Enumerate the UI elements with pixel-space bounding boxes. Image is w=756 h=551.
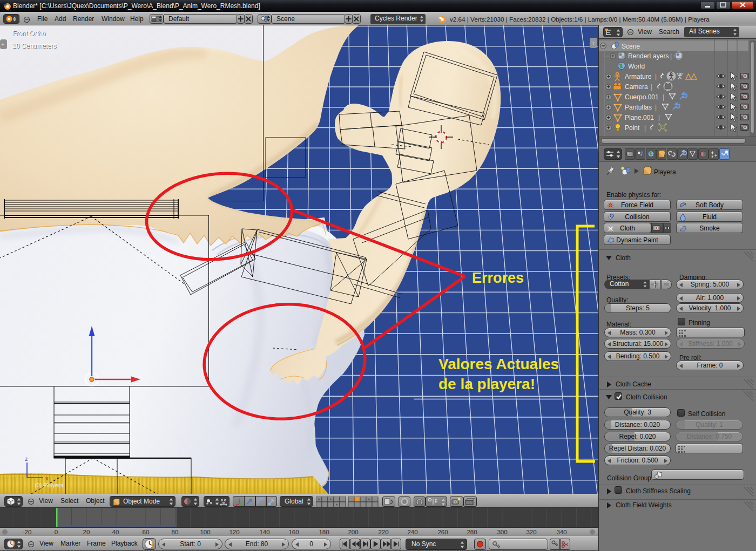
svg-text:Plane.001: Plane.001 (625, 114, 654, 121)
svg-text:|: | (655, 73, 657, 80)
svg-text:+: + (591, 39, 595, 47)
svg-text:60: 60 (143, 529, 150, 535)
svg-text:RenderLayers: RenderLayers (628, 52, 669, 60)
svg-text:100: 100 (200, 529, 210, 535)
svg-text:Cuerpo.001: Cuerpo.001 (625, 93, 659, 101)
svg-text:140: 140 (259, 529, 269, 535)
svg-text:160: 160 (288, 529, 299, 535)
svg-text:Pantuflas: Pantuflas (625, 104, 652, 111)
svg-text:(0) Playera: (0) Playera (35, 482, 64, 488)
svg-text:220: 220 (378, 529, 388, 535)
svg-text:10 Centimeters: 10 Centimeters (12, 42, 56, 50)
svg-text:Valores Actuales: Valores Actuales (438, 356, 559, 372)
svg-text:x: x (45, 475, 49, 481)
svg-text:|: | (663, 93, 664, 101)
svg-text:|: | (651, 83, 652, 91)
svg-text:|: | (655, 104, 657, 111)
svg-text:Scene: Scene (622, 43, 640, 50)
svg-text:180: 180 (319, 529, 329, 535)
svg-text:|: | (658, 114, 660, 121)
svg-text:|: | (670, 52, 672, 60)
svg-text:80: 80 (172, 529, 179, 535)
svg-text:200: 200 (348, 529, 358, 535)
svg-text:+: + (1, 41, 4, 47)
svg-text:340: 340 (556, 529, 566, 535)
svg-text:280: 280 (467, 529, 477, 535)
svg-text:320: 320 (526, 529, 536, 535)
svg-text:0: 0 (55, 529, 58, 535)
svg-text:World: World (628, 63, 645, 70)
svg-text:Front Ortho: Front Ortho (12, 30, 46, 37)
svg-text:de la playera!: de la playera! (438, 376, 535, 392)
svg-text:20: 20 (83, 529, 90, 535)
svg-text:240: 240 (407, 529, 417, 535)
svg-text:-20: -20 (23, 529, 32, 535)
svg-text:Errores: Errores (472, 270, 524, 286)
svg-text:z: z (25, 455, 28, 462)
svg-text:260: 260 (437, 529, 448, 535)
svg-text:40: 40 (112, 529, 119, 535)
svg-text:Camera: Camera (625, 83, 648, 91)
svg-text:|: | (644, 124, 646, 132)
svg-text:300: 300 (497, 529, 507, 535)
svg-text:Armature: Armature (625, 73, 652, 80)
svg-text:120: 120 (229, 529, 239, 535)
svg-text:Point: Point (625, 124, 640, 132)
